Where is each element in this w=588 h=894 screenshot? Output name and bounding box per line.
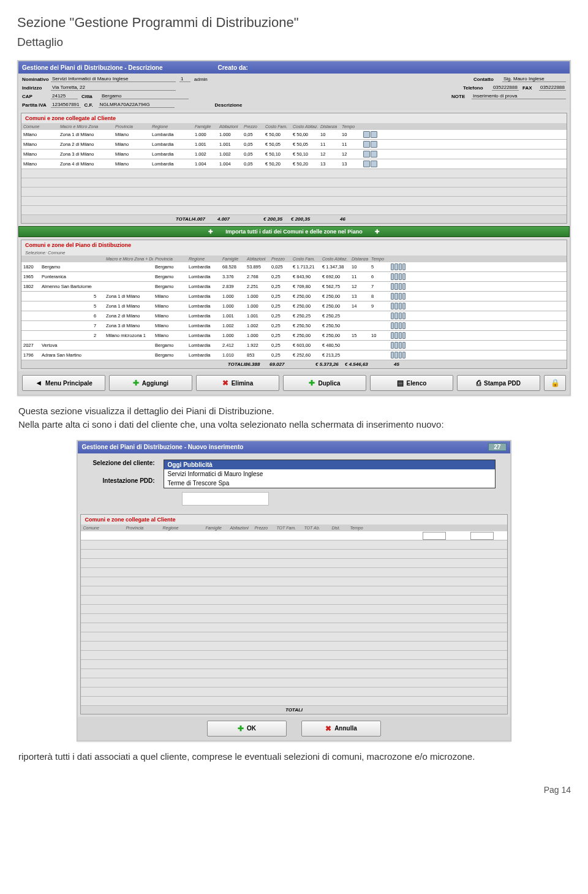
dropdown-option[interactable]: Terme di Trescore Spa	[164, 479, 495, 488]
row-actions[interactable]	[361, 140, 380, 149]
row-actions[interactable]	[361, 130, 380, 139]
table-row: 1965PonteranicaBergamoLombardia3.3762.76…	[21, 272, 567, 282]
table-row: MilanoZona 1 di MilanoMilanoLombardia1.0…	[21, 130, 567, 140]
window-title: Gestione dei Piani di Distribuzione - De…	[22, 64, 163, 71]
table-row: 1796Adrara San MartinoBergamoLombardia1.…	[21, 350, 567, 360]
selezione-cliente-label: Selezione del cliente:	[92, 460, 154, 466]
telefono-value: 035222888	[492, 85, 519, 91]
client-header-fields: NominativoServizi Informatici di Mauro I…	[18, 74, 570, 110]
note-value: Inserimento di prova	[472, 93, 566, 99]
panel-comuni-cliente: Comuni e zone collegate al Cliente Comun…	[21, 113, 567, 224]
dropdown-option[interactable]: Servizi Informatici di Mauro Inglese	[164, 469, 495, 479]
indirizzo-label: Indirizzo	[22, 85, 49, 91]
intestazione-pdd-label: Intestazione PDD:	[92, 477, 154, 484]
fax-label: FAX	[522, 85, 537, 91]
cf-value: NGLMRA70A22A794G	[99, 102, 175, 108]
dropdown-option[interactable]: Oggi Pubblicità	[164, 460, 495, 469]
nominativo-value: Servizi Informatici di Mauro Inglese	[51, 76, 176, 82]
panel2-header-row: Macro e Micro Zona + DescrizioneProvinci…	[21, 256, 567, 262]
list-button[interactable]: ▤Elenco	[370, 375, 453, 391]
window-title-2: Gestione dei Piani di Distribuzione - Nu…	[81, 444, 243, 450]
record-badge: 27	[488, 443, 506, 451]
plus-icon: ✚	[238, 724, 244, 733]
cancel-button[interactable]: ✖Annulla	[301, 721, 381, 737]
add-button[interactable]: ✚Aggiungi	[109, 375, 192, 391]
row-actions[interactable]	[361, 159, 380, 169]
screenshot-dettaglio: Gestione dei Piani di Distribuzione - De…	[17, 60, 571, 396]
table-row: 7Zona 3 di MilanoMilanoLombardia1.0021.0…	[21, 321, 567, 331]
duplicate-button[interactable]: ✚Duplica	[283, 375, 366, 391]
table-row: 2027VertovaBergamoLombardia2.4121.9220,2…	[21, 341, 567, 350]
panel2-comuni-cliente: Comuni e zone collegate al Cliente Comun…	[80, 514, 507, 714]
window-title-bar: Gestione dei Piani di Distribuzione - De…	[18, 61, 570, 74]
delete-icon: ✖	[222, 379, 228, 387]
row-actions[interactable]	[389, 282, 407, 291]
cliente-dropdown[interactable]: Oggi Pubblicità Servizi Informatici di M…	[164, 460, 496, 488]
row-actions[interactable]	[389, 262, 407, 271]
list-icon: ▤	[397, 379, 404, 387]
table-row: MilanoZona 2 di MilanoMilanoLombardia1.0…	[21, 140, 567, 150]
panel2b-title: Comuni e zone collegate al Cliente	[81, 515, 507, 525]
cap-label: CAP	[22, 94, 49, 99]
print-button[interactable]: ⎙Stampa PDD	[457, 375, 540, 391]
cap-value: 24125	[51, 93, 78, 99]
selection-area: Selezione del cliente: Intestazione PDD:…	[78, 453, 510, 512]
citta-label: Città	[81, 94, 99, 99]
intro-paragraph: Questa sezione visualizza il dettaglio d…	[18, 404, 570, 431]
closing-paragraph: riporterà tutti i dati associati a quel …	[18, 750, 570, 763]
row-actions[interactable]	[389, 301, 407, 311]
id-value: 1	[179, 76, 190, 82]
bottom-button-bar: ◄Menu Principale ✚Aggiungi ✖Elimina ✚Dup…	[18, 371, 570, 395]
row-actions[interactable]	[389, 272, 407, 281]
plus-icon: ✚	[309, 379, 315, 387]
table-row: 1802Almenno San BartolomeoBergamoLombard…	[21, 282, 567, 292]
table-row: 6Zona 2 di MilanoMilanoLombardia1.0011.0…	[21, 311, 567, 321]
lock-button[interactable]: 🔒	[544, 375, 566, 391]
row-actions[interactable]	[389, 331, 407, 340]
row-actions[interactable]	[389, 350, 407, 360]
panel1-totals: TOTALI4.0074.007€ 200,35€ 200,3546	[21, 215, 567, 223]
row-actions[interactable]	[361, 150, 380, 159]
contatto-label: Contatto	[473, 77, 500, 82]
intestazione-pdd-field[interactable]	[182, 492, 269, 506]
delete-button[interactable]: ✖Elimina	[196, 375, 279, 391]
row-actions[interactable]	[389, 341, 407, 350]
panel-piano-distribuzione: Comuni e zone del Piano di Distibuzione …	[21, 240, 567, 369]
bottom-button-bar-2: ✚OK ✖Annulla	[78, 717, 510, 740]
piva-value: 1234567891	[51, 102, 81, 108]
panel1-title: Comuni e zone collegate al Cliente	[21, 113, 567, 123]
indirizzo-value: Via Torretta, 22	[51, 85, 176, 91]
panel2-selection-label: Selezione: Comune	[21, 250, 567, 256]
table-row: MilanoZona 3 di MilanoMilanoLombardia1.0…	[21, 150, 567, 159]
row-actions[interactable]	[389, 311, 407, 320]
screenshot-nuovo-inserimento: Gestione dei Piani di Distribuzione - Nu…	[77, 440, 511, 741]
ok-button[interactable]: ✚OK	[207, 721, 287, 737]
print-icon: ⎙	[477, 379, 481, 387]
menu-icon: ◄	[35, 379, 42, 387]
table-row: 1820BergamoBergamoLombardia68.52853.8950…	[21, 262, 567, 272]
panel2-title: Comuni e zone del Piano di Distibuzione	[21, 240, 567, 250]
nominativo-label: Nominativo	[22, 77, 49, 82]
fax-value: 035222888	[539, 85, 566, 91]
row-actions[interactable]	[389, 292, 407, 301]
panel2b-header-row: ComuneProvinciaRegioneFamiglieAbitazioni…	[81, 525, 507, 531]
telefono-label: Telefono	[463, 85, 490, 91]
table-row: 2Milano microzona 1MilanoLombardia1.0001…	[21, 331, 567, 341]
import-bar[interactable]: ✚Importa tutti i dati dei Comuni e delle…	[18, 226, 570, 237]
admin-value: admin	[194, 77, 208, 82]
panel2b-totals: TOTALI	[81, 706, 507, 714]
cf-label: C.F.	[85, 102, 97, 108]
section-title: Sezione "Gestione Programmi di Distribuz…	[17, 15, 571, 31]
descrizione-label: Descrizione	[215, 102, 243, 108]
close-icon: ✖	[325, 724, 331, 733]
menu-button[interactable]: ◄Menu Principale	[22, 375, 105, 391]
table-row: 5Zona 1 di MilanoMilanoLombardia1.0001.0…	[21, 301, 567, 311]
page-number: Pag 14	[17, 785, 571, 795]
piva-label: Partita IVA	[22, 102, 49, 108]
row-actions[interactable]	[389, 321, 407, 330]
created-by-label: Creato da:	[218, 64, 248, 71]
table-row: MilanoZona 4 di MilanoMilanoLombardia1.0…	[21, 159, 567, 169]
table-row: 5Zona 1 di MilanoMilanoLombardia1.0001.0…	[21, 292, 567, 301]
note-label: NOTE	[451, 94, 470, 99]
window-title-bar-2: Gestione dei Piani di Distribuzione - Nu…	[78, 441, 510, 453]
